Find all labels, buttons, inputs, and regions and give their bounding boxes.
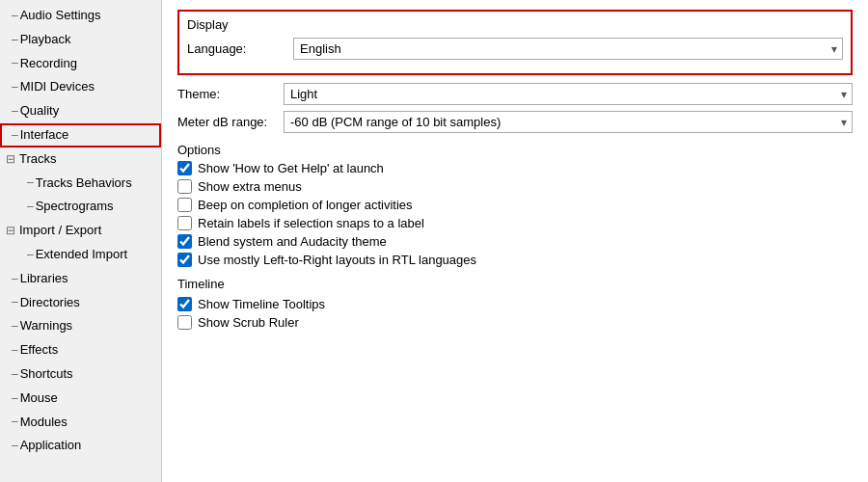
sidebar-item-libraries[interactable]: – Libraries: [0, 267, 161, 291]
option-row-beep-completion: Beep on completion of longer activities: [177, 198, 853, 212]
checkbox-extra-menus[interactable]: [177, 179, 192, 194]
meter-row: Meter dB range: -60 dB (PCM range of 10 …: [177, 111, 853, 133]
theme-select[interactable]: Light: [284, 83, 853, 105]
options-title: Options: [177, 143, 853, 157]
sidebar-item-playback[interactable]: – Playback: [0, 28, 161, 52]
sidebar-item-interface[interactable]: – Interface: [0, 123, 161, 147]
sidebar-item-label: MIDI Devices: [20, 77, 95, 97]
timeline-container: Show Timeline TooltipsShow Scrub Ruler: [177, 297, 853, 330]
display-section: Display Language: English: [177, 10, 853, 75]
checkbox-timeline-tooltips[interactable]: [177, 297, 192, 311]
main-content: Display Language: English Theme: Light M…: [162, 0, 868, 482]
options-section: Options Show 'How to Get Help' at launch…: [177, 143, 853, 267]
meter-label: Meter dB range:: [177, 115, 284, 129]
sidebar-item-extended-import[interactable]: – Extended Import: [0, 243, 161, 267]
timeline-row-scrub-ruler: Show Scrub Ruler: [177, 315, 853, 330]
sidebar-item-label: Mouse: [20, 388, 58, 409]
sidebar-item-label: Audio Settings: [20, 6, 101, 26]
sidebar-item-recording[interactable]: – Recording: [0, 52, 161, 76]
sidebar-item-audio-settings[interactable]: – Audio Settings: [0, 4, 161, 28]
sidebar-item-tracks-behaviors[interactable]: – Tracks Behaviors: [0, 172, 161, 196]
sidebar-item-effects[interactable]: – Effects: [0, 338, 161, 362]
tree-prefix-icon: –: [12, 78, 18, 96]
sidebar-item-label: Spectrograms: [36, 197, 114, 217]
meter-select[interactable]: -60 dB (PCM range of 10 bit samples): [284, 111, 853, 133]
tree-prefix-icon: –: [12, 31, 18, 49]
tree-prefix-icon: –: [27, 246, 34, 264]
tree-prefix-icon: –: [12, 389, 18, 408]
sidebar-item-label: Warnings: [20, 316, 72, 336]
option-row-how-to-help: Show 'How to Get Help' at launch: [177, 161, 853, 175]
sidebar-item-label: Shortcuts: [20, 364, 73, 385]
sidebar-item-label: Modules: [20, 413, 68, 433]
sidebar-item-label: Libraries: [20, 269, 68, 289]
checkbox-label-retain-labels[interactable]: Retain labels if selection snaps to a la…: [198, 216, 424, 230]
display-title: Display: [187, 17, 843, 32]
sidebar-item-label: Interface: [20, 125, 69, 146]
tree-prefix-icon: –: [12, 54, 18, 72]
option-row-retain-labels: Retain labels if selection snaps to a la…: [177, 216, 853, 230]
checkbox-scrub-ruler[interactable]: [177, 315, 192, 330]
checkbox-label-beep-completion[interactable]: Beep on completion of longer activities: [198, 198, 413, 212]
checkbox-rtl-layouts[interactable]: [177, 253, 192, 267]
tree-prefix-icon: –: [27, 198, 34, 216]
sidebar-item-warnings[interactable]: – Warnings: [0, 314, 161, 338]
sidebar-item-import-export[interactable]: ⊟ Import / Export: [0, 219, 161, 243]
tree-prefix-icon: –: [27, 174, 34, 192]
option-row-extra-menus: Show extra menus: [177, 179, 853, 194]
sidebar-item-quality[interactable]: – Quality: [0, 99, 161, 123]
tree-prefix-icon: –: [12, 413, 18, 431]
timeline-section: Timeline Show Timeline TooltipsShow Scru…: [177, 277, 853, 330]
language-select[interactable]: English: [293, 38, 843, 60]
checkbox-blend-theme[interactable]: [177, 234, 192, 249]
meter-select-wrapper: -60 dB (PCM range of 10 bit samples): [284, 111, 853, 133]
checkbox-beep-completion[interactable]: [177, 198, 192, 212]
sidebar-item-label: Playback: [20, 30, 71, 50]
tree-prefix-icon: –: [12, 126, 18, 145]
checkbox-label-blend-theme[interactable]: Blend system and Audacity theme: [198, 234, 387, 249]
checkbox-label-how-to-help[interactable]: Show 'How to Get Help' at launch: [198, 161, 384, 175]
sidebar-item-mouse[interactable]: – Mouse: [0, 387, 161, 411]
sidebar-item-label: Effects: [20, 340, 59, 361]
sidebar-item-label: Import / Export: [19, 221, 101, 241]
tree-prefix-icon: –: [12, 270, 18, 288]
checkbox-label-extra-menus[interactable]: Show extra menus: [198, 179, 302, 194]
checkbox-label-timeline-tooltips[interactable]: Show Timeline Tooltips: [198, 297, 325, 311]
language-label: Language:: [187, 41, 293, 56]
checkbox-retain-labels[interactable]: [177, 216, 192, 230]
sidebar-item-application[interactable]: – Application: [0, 434, 161, 458]
tree-prefix-icon: –: [12, 7, 18, 25]
theme-label: Theme:: [177, 87, 284, 101]
options-container: Show 'How to Get Help' at launchShow ext…: [177, 161, 853, 267]
timeline-title: Timeline: [177, 277, 853, 291]
tree-expand-icon: ⊟: [6, 222, 15, 240]
checkbox-label-scrub-ruler[interactable]: Show Scrub Ruler: [198, 315, 299, 330]
tree-prefix-icon: –: [12, 102, 18, 120]
sidebar-item-spectrograms[interactable]: – Spectrograms: [0, 195, 161, 219]
sidebar-item-tracks[interactable]: ⊟ Tracks: [0, 147, 161, 172]
theme-row: Theme: Light: [177, 83, 853, 105]
tree-prefix-icon: –: [12, 317, 18, 335]
checkbox-how-to-help[interactable]: [177, 161, 192, 175]
sidebar-item-label: Tracks Behaviors: [36, 174, 132, 194]
timeline-row-timeline-tooltips: Show Timeline Tooltips: [177, 297, 853, 311]
sidebar-item-modules[interactable]: – Modules: [0, 411, 161, 435]
tree-prefix-icon: –: [12, 437, 18, 455]
option-row-rtl-layouts: Use mostly Left-to-Right layouts in RTL …: [177, 253, 853, 267]
language-select-wrapper: English: [293, 38, 843, 60]
sidebar-item-midi-devices[interactable]: – MIDI Devices: [0, 75, 161, 99]
sidebar-item-label: Tracks: [19, 149, 57, 170]
tree-prefix-icon: –: [12, 341, 18, 360]
sidebar-item-shortcuts[interactable]: – Shortcuts: [0, 362, 161, 387]
sidebar-item-label: Quality: [20, 101, 59, 121]
sidebar-item-label: Directories: [20, 293, 80, 313]
tree-prefix-icon: –: [12, 293, 18, 311]
tree-prefix-icon: –: [12, 365, 18, 384]
sidebar: – Audio Settings– Playback– Recording– M…: [0, 0, 162, 482]
sidebar-item-label: Recording: [20, 54, 77, 74]
theme-select-wrapper: Light: [284, 83, 853, 105]
tree-expand-icon: ⊟: [6, 150, 15, 169]
sidebar-item-label: Extended Import: [36, 245, 127, 265]
sidebar-item-directories[interactable]: – Directories: [0, 291, 161, 315]
checkbox-label-rtl-layouts[interactable]: Use mostly Left-to-Right layouts in RTL …: [198, 253, 476, 267]
